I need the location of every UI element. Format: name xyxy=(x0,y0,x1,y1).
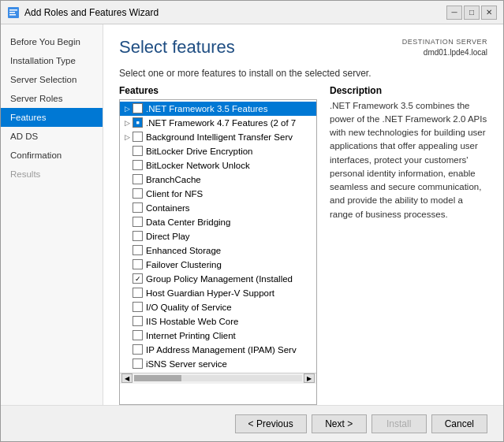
expand-icon: ▷ xyxy=(123,105,131,113)
expand-icon xyxy=(123,289,131,297)
feature-label: BranchCache xyxy=(146,175,201,184)
install-button[interactable]: Install xyxy=(371,414,427,433)
minimize-button[interactable]: ─ xyxy=(446,6,462,20)
list-item[interactable]: IIS Hostable Web Core xyxy=(120,314,316,329)
cancel-button[interactable]: Cancel xyxy=(431,414,487,433)
checkbox-io-quality[interactable] xyxy=(133,302,143,312)
destination-info: DESTINATION SERVER dmd01.lpde4.local xyxy=(402,37,487,58)
checkbox-branchcache[interactable] xyxy=(133,174,143,184)
checkbox-iis-hostable[interactable] xyxy=(133,316,143,326)
sidebar-item-server-roles[interactable]: Server Roles xyxy=(1,89,103,108)
expand-icon xyxy=(123,332,131,340)
feature-label: Failover Clustering xyxy=(146,260,222,269)
feature-label: BitLocker Network Unlock xyxy=(146,161,250,170)
checkbox-failover[interactable] xyxy=(133,259,143,269)
title-bar: Add Roles and Features Wizard ─ □ ✕ xyxy=(1,1,503,24)
expand-icon xyxy=(123,360,131,368)
title-bar-left: Add Roles and Features Wizard xyxy=(7,6,159,19)
checkbox-isns[interactable] xyxy=(133,358,143,369)
header-section: Select features DESTINATION SERVER dmd01… xyxy=(103,24,503,65)
next-button[interactable]: Next > xyxy=(312,414,367,433)
list-item[interactable]: ▷ Background Intelligent Transfer Serv xyxy=(120,130,316,144)
expand-icon xyxy=(123,232,131,240)
list-item[interactable]: Failover Clustering xyxy=(120,258,316,272)
expand-icon xyxy=(123,147,131,155)
list-item[interactable]: BranchCache xyxy=(120,173,316,187)
list-item[interactable]: Client for NFS xyxy=(120,187,316,201)
sidebar-item-features[interactable]: Features xyxy=(1,108,103,127)
scroll-right-button[interactable]: ▶ xyxy=(304,373,315,383)
feature-label: Enhanced Storage xyxy=(146,246,221,255)
expand-icon xyxy=(123,190,131,198)
checkbox-containers[interactable] xyxy=(133,202,143,213)
list-item[interactable]: iSNS Server service xyxy=(120,357,316,371)
checkbox-client-nfs[interactable] xyxy=(133,188,143,199)
restore-button[interactable]: □ xyxy=(464,6,480,20)
expand-icon xyxy=(123,346,131,354)
previous-button[interactable]: < Previous xyxy=(235,414,307,433)
list-item[interactable]: BitLocker Drive Encryption xyxy=(120,144,316,158)
expand-icon xyxy=(123,218,131,226)
checkbox-bits[interactable] xyxy=(133,132,143,142)
features-panel: Features ▷ .NET Framework 3.5 Features xyxy=(119,85,317,405)
wizard-window: Add Roles and Features Wizard ─ □ ✕ Befo… xyxy=(0,0,504,442)
checkbox-data-center[interactable] xyxy=(133,217,143,227)
list-item[interactable]: Group Policy Management (Installed xyxy=(120,272,316,286)
checkbox-gpo[interactable] xyxy=(133,273,143,284)
checkbox-direct-play[interactable] xyxy=(133,231,143,241)
list-item[interactable]: Containers xyxy=(120,201,316,215)
feature-label: Host Guardian Hyper-V Support xyxy=(146,288,274,298)
list-item[interactable]: Enhanced Storage xyxy=(120,243,316,258)
expand-icon xyxy=(123,275,131,283)
feature-label: Containers xyxy=(146,203,190,213)
expand-icon xyxy=(123,247,131,254)
list-item[interactable]: Internet Printing Client xyxy=(120,329,316,343)
feature-label: IP Address Management (IPAM) Serv xyxy=(146,345,297,355)
feature-label: IIS Hostable Web Core xyxy=(146,317,238,326)
list-item[interactable]: Direct Play xyxy=(120,229,316,243)
feature-label: Direct Play xyxy=(146,232,190,241)
checkbox-internet-print[interactable] xyxy=(133,330,143,340)
checkbox-net47[interactable] xyxy=(133,117,143,128)
list-item[interactable]: ▷ .NET Framework 3.5 Features xyxy=(120,102,316,116)
checkbox-hyper-v[interactable] xyxy=(133,288,143,298)
expand-icon xyxy=(123,303,131,311)
sidebar: Before You Begin Installation Type Serve… xyxy=(1,24,103,405)
feature-label: BitLocker Drive Encryption xyxy=(146,147,253,156)
expand-icon xyxy=(123,204,131,212)
list-item[interactable]: IP Address Management (IPAM) Serv xyxy=(120,343,316,357)
horizontal-scrollbar[interactable]: ◀ ▶ xyxy=(120,373,316,384)
checkbox-net35[interactable] xyxy=(133,103,143,113)
sidebar-item-before-you-begin[interactable]: Before You Begin xyxy=(1,32,103,51)
close-button[interactable]: ✕ xyxy=(481,6,497,20)
sidebar-item-confirmation[interactable]: Confirmation xyxy=(1,146,103,165)
sidebar-item-server-selection[interactable]: Server Selection xyxy=(1,70,103,89)
scroll-track[interactable] xyxy=(134,375,302,381)
svg-rect-1 xyxy=(9,9,17,11)
checkbox-bitlocker-unlock[interactable] xyxy=(133,160,143,170)
checkbox-enhanced-storage[interactable] xyxy=(133,245,143,255)
list-item[interactable]: BitLocker Network Unlock xyxy=(120,158,316,173)
features-list-container[interactable]: ▷ .NET Framework 3.5 Features ▷ .NET Fra… xyxy=(119,99,317,405)
expand-icon xyxy=(123,261,131,269)
instruction-text: Select one or more features to install o… xyxy=(103,65,503,85)
feature-label: Internet Printing Client xyxy=(146,331,236,340)
checkbox-ip-address[interactable] xyxy=(133,344,143,355)
list-item[interactable]: Host Guardian Hyper-V Support xyxy=(120,286,316,300)
list-item[interactable]: Data Center Bridging xyxy=(120,215,316,229)
sidebar-item-ad-ds[interactable]: AD DS xyxy=(1,127,103,146)
list-item[interactable]: ▷ .NET Framework 4.7 Features (2 of 7 xyxy=(120,116,316,130)
scroll-left-button[interactable]: ◀ xyxy=(121,373,133,383)
feature-label: .NET Framework 4.7 Features (2 of 7 xyxy=(146,118,296,128)
list-item[interactable]: I/O Quality of Service xyxy=(120,300,316,314)
checkbox-bitlocker[interactable] xyxy=(133,146,143,156)
destination-server: dmd01.lpde4.local xyxy=(402,47,487,58)
sidebar-item-results: Results xyxy=(1,165,103,184)
features-panel-header: Features xyxy=(119,85,317,96)
content-area: Before You Begin Installation Type Serve… xyxy=(1,24,503,405)
feature-label: Client for NFS xyxy=(146,189,203,199)
feature-label: iSNS Server service xyxy=(146,359,227,369)
sidebar-item-installation-type[interactable]: Installation Type xyxy=(1,51,103,70)
scroll-thumb[interactable] xyxy=(134,375,181,381)
description-text: .NET Framework 3.5 combines the power of… xyxy=(330,99,487,221)
